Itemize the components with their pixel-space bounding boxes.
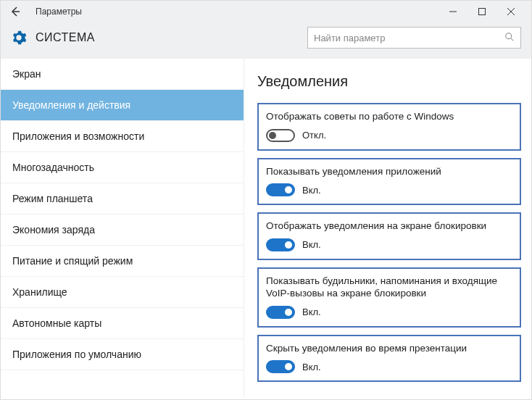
content-title: Уведомления [257,73,521,90]
setting-box: Показывать уведомления приложенийВкл. [257,158,521,206]
sidebar-item[interactable]: Питание и спящий режим [1,246,244,277]
setting-label: Отображать уведомления на экране блокиро… [266,220,512,233]
minimize-icon [449,8,457,15]
toggle-state-label: Откл. [302,130,326,141]
toggle-row: Вкл. [266,238,512,251]
sidebar-item[interactable]: Экономия заряда [1,214,244,246]
toggle-switch[interactable] [266,129,295,142]
sidebar-item-label: Приложения и возможности [12,130,144,142]
setting-box: Скрыть уведомления во время презентацииВ… [257,335,521,383]
sidebar: ЭкранУведомления и действияПриложения и … [1,59,244,396]
toggle-state-label: Вкл. [302,362,321,372]
sidebar-item-label: Экономия заряда [12,224,95,236]
sidebar-item[interactable]: Многозадачность [1,152,244,183]
gear-icon [11,30,27,46]
header: СИСТЕМА [1,22,531,59]
sidebar-item-label: Автономные карты [12,317,101,329]
close-icon [507,8,515,15]
setting-box: Показывать будильники, напоминания и вхо… [257,267,521,328]
sidebar-item-label: Многозадачность [12,162,94,173]
toggle-state-label: Вкл. [302,307,321,317]
sidebar-item[interactable]: Хранилище [1,277,244,308]
toggle-row: Откл. [266,129,512,142]
back-arrow-icon [9,6,21,17]
sidebar-item-label: Уведомления и действия [12,99,130,111]
svg-rect-0 [479,9,486,15]
setting-label: Показывать будильники, напоминания и вхо… [266,275,512,300]
svg-point-1 [506,33,512,38]
toggle-switch[interactable] [266,238,295,251]
sidebar-item[interactable]: Автономные карты [1,308,244,339]
sidebar-item-label: Экран [12,68,41,80]
setting-label: Показывать уведомления приложений [266,165,512,178]
toggle-row: Вкл. [266,183,512,196]
toggle-switch[interactable] [266,360,295,373]
sidebar-item[interactable]: Уведомления и действия [1,90,244,121]
window-controls [439,1,525,22]
sidebar-item-label: Питание и спящий режим [12,255,133,267]
maximize-icon [478,8,486,15]
window-title: Параметры [36,7,82,17]
search-box[interactable] [307,27,521,49]
setting-box: Отображать советы по работе с WindowsОтк… [257,103,521,151]
search-icon [504,32,515,44]
minimize-button[interactable] [439,1,467,22]
toggle-state-label: Вкл. [302,239,321,250]
toggle-switch[interactable] [266,183,295,196]
titlebar: Параметры [1,1,531,22]
toggle-row: Вкл. [266,360,512,373]
toggle-state-label: Вкл. [302,185,321,196]
close-button[interactable] [496,1,525,22]
sidebar-item[interactable]: Режим планшета [1,183,244,214]
sidebar-item-label: Режим планшета [12,193,93,204]
setting-label: Отображать советы по работе с Windows [266,110,512,123]
maximize-button[interactable] [467,1,496,22]
system-heading: СИСТЕМА [36,31,95,44]
sidebar-item[interactable]: Экран [1,59,244,90]
setting-box: Отображать уведомления на экране блокиро… [257,212,521,260]
settings-list: Отображать советы по работе с WindowsОтк… [257,103,521,382]
sidebar-item-label: Хранилище [12,286,67,298]
sidebar-item[interactable]: Приложения и возможности [1,121,244,152]
content-pane: Уведомления Отображать советы по работе … [244,59,531,396]
sidebar-item[interactable]: Приложения по умолчанию [1,339,244,370]
toggle-switch[interactable] [266,306,295,319]
back-button[interactable] [8,4,22,19]
sidebar-item-label: Приложения по умолчанию [12,349,141,360]
toggle-row: Вкл. [266,306,512,319]
setting-label: Скрыть уведомления во время презентации [266,342,512,355]
search-input[interactable] [314,33,504,43]
body: ЭкранУведомления и действияПриложения и … [1,59,531,396]
